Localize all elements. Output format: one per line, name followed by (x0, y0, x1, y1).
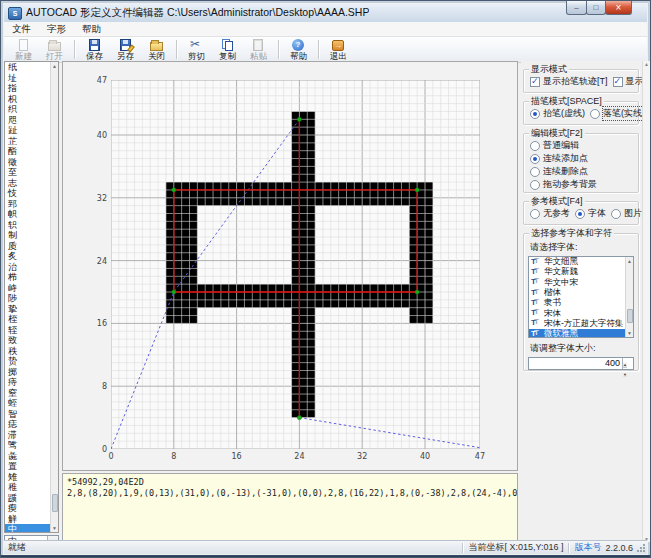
display-mode-group: 显示模式 显示抬笔轨迹[T]显示点[X] (523, 69, 639, 93)
font-size-spinner[interactable]: 400 ▲ ▼ (528, 357, 634, 370)
radio-label: 连续添加点 (543, 152, 588, 165)
save-as-icon (119, 39, 132, 51)
font-name: 微软雅黑 (544, 328, 578, 338)
shape-code-bytes: 2,8,(8,20),1,9,(0,13),(31,0),(0,-13),(-3… (67, 488, 513, 499)
svg-text:8: 8 (102, 382, 107, 391)
radio-icon[interactable] (530, 154, 540, 164)
radio-icon[interactable] (590, 109, 600, 119)
reference-font-group: 选择参考字体和字符 请选择字体: 华文细黑华文新魏华文中宋楷体隶书宋体宋体-方正… (523, 233, 639, 371)
menu-help[interactable]: 帮助 (74, 22, 109, 37)
checkbox-icon[interactable] (530, 77, 540, 87)
scroll-thumb[interactable] (52, 494, 58, 512)
maximize-button[interactable]: □ (586, 1, 606, 15)
svg-text:16: 16 (97, 319, 107, 328)
scroll-up-icon[interactable]: ▲ (51, 62, 58, 70)
svg-text:40: 40 (97, 131, 107, 140)
truetype-icon (531, 330, 541, 338)
toolbar-separator (278, 40, 279, 59)
radio-icon[interactable] (530, 209, 540, 219)
scroll-down-icon[interactable]: ▼ (51, 524, 58, 532)
toolbar-button-label: 另存 (117, 52, 134, 61)
scroll-down-icon[interactable]: ▼ (626, 329, 633, 337)
复制-button[interactable]: 复制 (212, 37, 243, 62)
spinner-down-icon[interactable]: ▼ (623, 372, 627, 377)
glyph-edit-canvas[interactable]: 008816162424323240404747 (62, 61, 518, 471)
font-list[interactable]: 华文细黑华文新魏华文中宋楷体隶书宋体宋体-方正超大字符集微软雅黑新宋体▲▼ (528, 256, 634, 338)
radio-普通编辑[interactable]: 普通编辑 (524, 139, 638, 152)
checkbox-label: 显示抬笔轨迹[T] (543, 75, 608, 88)
help-icon: ? (292, 39, 305, 51)
scroll-up-icon[interactable]: ▲ (626, 257, 633, 265)
pen-mode-group: 描笔模式[SPACE] 抬笔(虚线)落笔(实线) (523, 101, 639, 125)
radio-icon[interactable] (611, 209, 621, 219)
剪切-button[interactable]: ✂剪切 (181, 37, 212, 62)
char-list-scrollbar[interactable]: ▲▼ (50, 62, 58, 532)
帮助-button[interactable]: ?帮助 (283, 37, 314, 62)
toolbar-button-label: 剪切 (188, 52, 205, 61)
radio-拖动参考背景[interactable]: 拖动参考背景 (524, 178, 638, 191)
edit-mode-group: 编辑模式[F2] 普通编辑连续添加点连续删除点拖动参考背景 (523, 133, 639, 193)
radio-label: 拖动参考背景 (543, 178, 597, 191)
svg-text:0: 0 (108, 452, 113, 461)
radio-落笔(实线)[interactable]: 落笔(实线) (590, 107, 645, 120)
radio-无参考[interactable]: 无参考 (530, 207, 570, 220)
status-bar: 就绪 当前坐标[ X:015,Y:016 ] 版本号 2.2.0.6 (4, 540, 647, 554)
radio-字体[interactable]: 字体 (575, 207, 606, 220)
font-size-value: 400 (605, 358, 620, 369)
关闭-button[interactable]: 关闭 (141, 37, 172, 62)
退出-button[interactable]: →退出 (323, 37, 354, 62)
svg-text:0: 0 (102, 445, 107, 454)
minimize-button[interactable]: – (566, 1, 587, 15)
radio-抬笔(虚线)[interactable]: 抬笔(虚线) (530, 107, 585, 120)
radio-图片[interactable]: 图片 (611, 207, 642, 220)
resize-grip[interactable] (636, 543, 646, 553)
scroll-thumb[interactable] (627, 309, 633, 323)
close-button[interactable]: × (605, 1, 632, 15)
open-folder-icon (48, 39, 61, 51)
radio-icon[interactable] (575, 209, 585, 219)
font-list-item[interactable]: 微软雅黑 (529, 329, 633, 338)
toolbar-button-label: 保存 (86, 52, 103, 61)
reference-mode-group: 参考模式[F4] 无参考字体图片 (523, 201, 639, 225)
checkbox-icon[interactable] (613, 77, 623, 87)
cut-icon: ✂ (190, 39, 203, 51)
shape-code-editor[interactable]: *54992,29,04E2D 2,8,(8,20),1,9,(0,13),(3… (62, 473, 518, 542)
caption-buttons: – □ × (567, 1, 632, 15)
title-bar: S AUTOCAD 形定义文件编辑器 C:\Users\Administrato… (4, 4, 647, 22)
settings-panel: 显示模式 显示抬笔轨迹[T]显示点[X] 描笔模式[SPACE] 抬笔(虚线)落… (521, 61, 649, 542)
radio-icon[interactable] (530, 109, 540, 119)
另存-button[interactable]: 另存 (110, 37, 141, 62)
radio-连续删除点[interactable]: 连续删除点 (524, 165, 638, 178)
font-list-scrollbar[interactable]: ▲▼ (625, 257, 633, 337)
保存-button[interactable]: 保存 (79, 37, 110, 62)
panel-scrollbar[interactable]: ▲ ▼ (642, 61, 650, 542)
edit-mode-title: 编辑模式[F2] (529, 128, 585, 138)
toolbar-button-label: 退出 (330, 52, 347, 61)
spinner-up-icon[interactable]: ▲ (623, 362, 627, 368)
svg-text:40: 40 (420, 452, 430, 461)
radio-icon[interactable] (530, 180, 540, 190)
status-coordinates: 当前坐标[ X:015,Y:016 ] (468, 541, 563, 554)
character-list[interactable]: 纸址指枳织咫趾芷酯徵至志忮郅帜轵制质炙治栉峙陟挚桎轾致秩贽掷痔窒蛭智痣滞骘彘置雉… (4, 61, 59, 533)
toolbar-button-label: 复制 (219, 52, 236, 61)
radio-label: 无参考 (543, 207, 570, 220)
font-size-label: 请调整字体大小: (530, 342, 638, 355)
menu-glyph[interactable]: 字形 (39, 22, 74, 37)
radio-连续添加点[interactable]: 连续添加点 (524, 152, 638, 165)
radio-icon[interactable] (530, 141, 540, 151)
save-icon (88, 39, 101, 51)
exit-icon: → (332, 39, 345, 51)
glyph-grid[interactable]: 008816162424323240404747 (63, 62, 517, 470)
copy-icon (221, 39, 234, 51)
checkbox-显示抬笔轨迹[T][interactable]: 显示抬笔轨迹[T] (530, 75, 608, 88)
scroll-up-icon[interactable]: ▲ (643, 61, 650, 67)
toolbar-separator (318, 40, 319, 59)
paste-icon (252, 39, 265, 51)
svg-text:24: 24 (294, 452, 304, 461)
menu-file[interactable]: 文件 (4, 22, 39, 37)
radio-icon[interactable] (530, 167, 540, 177)
radio-label: 落笔(实线) (603, 107, 645, 120)
display-mode-title: 显示模式 (529, 64, 569, 74)
svg-text:47: 47 (97, 76, 107, 85)
svg-text:32: 32 (357, 452, 367, 461)
